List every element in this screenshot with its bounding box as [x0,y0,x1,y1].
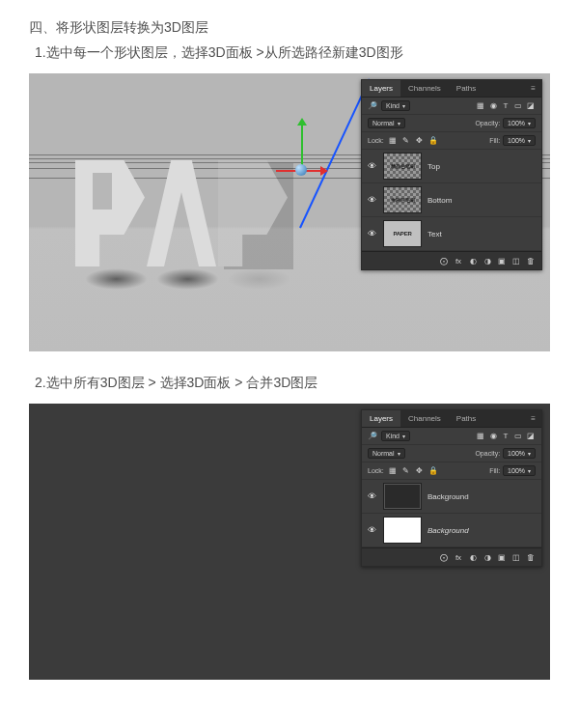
fill-label: Fill: [489,137,500,144]
group-icon[interactable]: ▣ [497,256,507,266]
blend-row: Normal ▾ Opacity: 100% ▾ [362,115,541,132]
chevron-down-icon: ▾ [528,137,531,144]
lock-icons: ▦ ✎ ✥ 🔒 [388,136,438,146]
lock-row: Lock: ▦ ✎ ✥ 🔒 Fill: 100% ▾ [362,462,541,480]
tab-channels[interactable]: Channels [400,80,449,97]
filter-pixel-icon[interactable]: ▦ [476,101,485,111]
lock-pixels-icon[interactable]: ✎ [401,136,411,146]
screenshot-1: Layers Channels Paths ≡ 🔎 Kind ▾ ▦ ◉ T ▭… [29,73,550,351]
step-1-text: 1.选中每一个形状图层，选择3D面板 >从所选路径新建3D图形 [35,44,550,62]
opacity-select[interactable]: 100% ▾ [503,118,536,128]
link-icon[interactable]: ⨀ [439,256,449,266]
tab-layers[interactable]: Layers [362,410,400,427]
filter-shape-icon[interactable]: ▭ [513,432,523,441]
kind-filter-select[interactable]: Kind ▾ [381,100,410,111]
layer-name[interactable]: Bottom [427,196,452,205]
opacity-select[interactable]: 100% ▾ [503,448,536,459]
tab-paths[interactable]: Paths [449,410,483,427]
chevron-down-icon: ▾ [398,450,400,457]
mask-icon[interactable]: ◐ [468,256,478,266]
link-icon[interactable]: ⨀ [439,552,449,562]
lock-icons: ▦ ✎ ✥ 🔒 [388,466,438,476]
fill-label: Fill: [489,467,500,474]
lock-pixels-icon[interactable]: ✎ [401,466,411,476]
chevron-down-icon: ▾ [528,450,531,457]
new-layer-icon[interactable]: ◫ [511,552,521,562]
layer-thumbnail[interactable]: PAPER [383,220,422,247]
layer-row[interactable]: 👁 Background [362,514,541,547]
tab-layers[interactable]: Layers [362,80,400,97]
kind-filter-label: Kind [386,433,400,439]
filter-pixel-icon[interactable]: ▦ [476,432,485,441]
filter-adjust-icon[interactable]: ◉ [488,432,498,441]
filter-smart-icon[interactable]: ◪ [526,101,536,111]
layers-panel: Layers Channels Paths ≡ 🔎 Kind ▾ ▦ ◉ T ▭… [361,79,542,270]
panel-menu-icon[interactable]: ≡ [525,80,541,97]
panel-footer: ⨀ fx ◐ ◑ ▣ ◫ 🗑 [362,547,541,566]
blend-mode-select[interactable]: Normal ▾ [368,118,405,128]
layer-row[interactable]: 👁 Background [362,480,541,514]
group-icon[interactable]: ▣ [497,552,507,562]
blend-row: Normal ▾ Opacity: 100% ▾ [362,445,541,462]
layer-name[interactable]: Background [427,526,469,535]
guide-line [299,79,371,229]
panel-menu-icon[interactable]: ≡ [525,410,541,427]
trash-icon[interactable]: 🗑 [526,256,536,266]
filter-row: 🔎 Kind ▾ ▦ ◉ T ▭ ◪ [362,428,541,445]
letter-faded [218,160,288,266]
layer-thumbnail[interactable] [383,517,422,544]
visibility-eye-icon[interactable]: 👁 [368,525,377,535]
fx-icon[interactable]: fx [454,552,463,562]
panel-footer: ⨀ fx ◐ ◑ ▣ ◫ 🗑 [362,251,541,269]
layer-thumbnail[interactable] [383,483,422,510]
visibility-eye-icon[interactable]: 👁 [368,161,377,171]
lock-label: Lock: [368,137,384,144]
lock-all-icon[interactable]: 🔒 [428,136,438,146]
chevron-down-icon: ▾ [402,433,405,439]
tab-channels[interactable]: Channels [400,410,449,427]
layer-row[interactable]: 👁 PAPER Text [362,217,541,251]
mask-icon[interactable]: ◐ [468,552,478,562]
letter-p [75,160,145,266]
adjustment-icon[interactable]: ◑ [482,256,492,266]
filter-text-icon[interactable]: T [501,101,510,111]
lock-transparent-icon[interactable]: ▦ [388,466,398,476]
new-layer-icon[interactable]: ◫ [511,256,521,266]
layer-thumbnail[interactable]: 精品色笔刷 [383,153,422,180]
visibility-eye-icon[interactable]: 👁 [368,491,377,501]
chevron-down-icon: ▾ [398,120,400,126]
filter-shape-icon[interactable]: ▭ [513,101,523,111]
filter-smart-icon[interactable]: ◪ [526,432,536,441]
chevron-down-icon: ▾ [528,467,531,474]
trash-icon[interactable]: 🗑 [526,552,536,562]
layer-name[interactable]: Background [427,492,469,501]
kind-filter-select[interactable]: Kind ▾ [381,431,410,441]
lock-position-icon[interactable]: ✥ [415,466,425,476]
filter-text-icon[interactable]: T [501,432,510,441]
tab-paths[interactable]: Paths [449,80,483,97]
lock-transparent-icon[interactable]: ▦ [388,136,398,146]
layer-name[interactable]: Text [427,230,442,238]
chevron-down-icon: ▾ [528,120,531,126]
lock-all-icon[interactable]: 🔒 [428,466,438,476]
panel-tabs: Layers Channels Paths ≡ [362,410,541,428]
layer-name[interactable]: Top [427,162,440,171]
filter-adjust-icon[interactable]: ◉ [488,101,498,111]
layer-thumbnail[interactable]: 专转巨毛刷 [383,186,422,213]
filter-icons: ▦ ◉ T ▭ ◪ [476,101,536,111]
fill-select[interactable]: 100% ▾ [503,465,536,476]
blend-mode-select[interactable]: Normal ▾ [368,448,405,459]
lock-row: Lock: ▦ ✎ ✥ 🔒 Fill: 100% ▾ [362,132,541,150]
layer-row[interactable]: 👁 专转巨毛刷 Bottom [362,183,541,217]
visibility-eye-icon[interactable]: 👁 [368,229,377,238]
fill-select[interactable]: 100% ▾ [503,135,536,146]
visibility-eye-icon[interactable]: 👁 [368,195,377,205]
layer-row[interactable]: 👁 精品色笔刷 Top [362,150,541,183]
fx-icon[interactable]: fx [454,256,463,266]
lock-position-icon[interactable]: ✥ [415,136,425,146]
adjustment-icon[interactable]: ◑ [482,552,492,562]
blend-mode-value: Normal [372,120,395,126]
search-icon: 🔎 [368,432,377,441]
section-heading: 四、将形状图层转换为3D图层 [29,19,550,37]
opacity-value: 100% [508,450,525,457]
